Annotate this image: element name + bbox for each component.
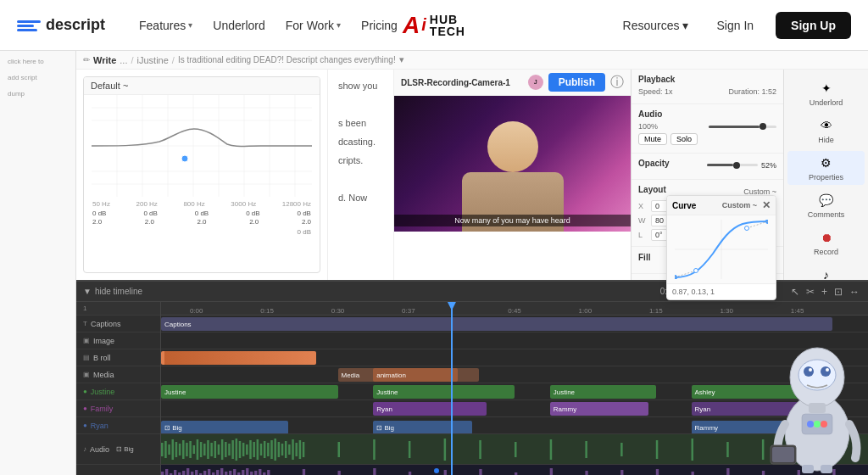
ryan-clip1[interactable]: ⊡ Big [161, 421, 288, 434]
opacity-row: Opacity 52% [638, 159, 776, 171]
audio-icon: ♪ [83, 445, 86, 453]
svg-rect-86 [208, 469, 210, 475]
eq-canvas[interactable] [84, 95, 320, 197]
animation-clip[interactable]: animation [373, 368, 458, 382]
track-labels: 1 T Captions ▣ Image ▤ B roll [76, 302, 161, 475]
zoom-tool[interactable]: ↔ [848, 286, 861, 298]
ruler-100: 1:00 [579, 307, 593, 315]
signin-button[interactable]: Sign In [704, 12, 768, 39]
svg-rect-106 [479, 469, 481, 475]
fill-title: Fill [638, 253, 650, 262]
signup-button[interactable]: Sign Up [776, 12, 851, 39]
nav-right: Resources ▾ Sign In Sign Up [616, 12, 851, 39]
script-line-4: dcasting. [338, 132, 383, 151]
curve-preset[interactable]: Custom ~ [722, 201, 757, 210]
script-line-7: d. Now [338, 188, 383, 207]
svg-rect-67 [620, 443, 623, 456]
ai-letter-i: i [421, 15, 426, 35]
info-icon[interactable]: ⓘ [610, 74, 624, 92]
playback-section: Playback Speed: 1x Duration: 1:52 [632, 70, 783, 104]
svg-rect-113 [726, 468, 729, 475]
captions-icon: T [83, 320, 87, 327]
hide-icon: 👁 [818, 117, 835, 134]
music-panel-item[interactable]: ♪ Music [787, 263, 865, 280]
duration-label: Duration: 1:52 [728, 87, 776, 96]
script-line-3: s been [338, 114, 383, 132]
svg-rect-85 [203, 471, 206, 475]
ruler-15: 0:15 [260, 307, 274, 315]
audio-volume-row: 100% [638, 122, 776, 131]
waveform-svg [161, 434, 868, 464]
svg-rect-83 [195, 470, 198, 475]
hide-timeline-label: hide timeline [95, 287, 142, 296]
svg-rect-116 [832, 469, 835, 475]
justine-clip1[interactable]: Justine [161, 385, 338, 399]
left-sidebar: click here to add script dump [0, 51, 76, 475]
family-clip1[interactable]: Ryan [373, 402, 486, 416]
opacity-slider[interactable] [707, 164, 758, 166]
ryan-clip2[interactable]: ⊡ Big [373, 421, 472, 434]
tab-separator: ... [120, 55, 127, 65]
comments-panel-item[interactable]: 💬 Comments [787, 188, 865, 222]
ruler-37: 0:37 [402, 307, 415, 315]
nav-features[interactable]: Features ▾ [131, 14, 201, 37]
record-panel-item[interactable]: ⏺ Record [787, 226, 865, 260]
mute-button[interactable]: Mute [638, 133, 667, 145]
svg-rect-21 [172, 439, 175, 460]
family-clip2[interactable]: Rammy [550, 402, 649, 416]
svg-rect-91 [229, 471, 231, 475]
ryan-clip3[interactable]: Rammy [692, 421, 833, 434]
script-panel[interactable]: show you s been dcasting. cripts. d. Now [327, 70, 393, 280]
eq-panel: Default ~ [83, 76, 320, 273]
justine-clip4[interactable]: Ashley [692, 385, 833, 399]
write-tab[interactable]: Write [93, 55, 116, 65]
w-label: W [638, 216, 648, 225]
captions-clip[interactable]: Captions [161, 317, 832, 331]
eq-title[interactable]: Default ~ [91, 81, 128, 91]
ryan-label: ● Ryan [76, 417, 160, 434]
svg-point-131 [694, 269, 698, 273]
hide-panel-item[interactable]: 👁 Hide [787, 114, 865, 148]
svg-rect-35 [221, 439, 224, 460]
svg-rect-96 [250, 472, 253, 475]
svg-rect-102 [338, 471, 341, 475]
nav-forwork[interactable]: For Work ▾ [277, 14, 349, 37]
close-icon[interactable]: ✕ [762, 199, 771, 211]
ruler-115: 1:15 [649, 307, 663, 315]
curve-panel: Curve Custom ~ ✕ 0.87, 0.13, 1 [666, 195, 776, 300]
nav-pricing[interactable]: Pricing [353, 14, 406, 37]
script-line-5: cripts. [338, 151, 383, 170]
breadcrumb-sep2: / [172, 55, 175, 65]
volume-slider[interactable] [709, 126, 776, 128]
curve-canvas[interactable] [667, 215, 776, 283]
svg-rect-70 [726, 442, 729, 457]
zoom-fit-tool[interactable]: ⊡ [832, 286, 844, 298]
family-clip3[interactable]: Ryan [692, 402, 833, 416]
logo[interactable]: descript [17, 16, 105, 34]
svg-rect-52 [281, 444, 284, 455]
solo-button[interactable]: Solo [670, 133, 698, 145]
svg-rect-37 [228, 444, 231, 455]
broll-clip[interactable] [161, 351, 316, 365]
custom-preset[interactable]: Custom ~ [743, 187, 776, 196]
record-icon: ⏺ [818, 229, 835, 246]
timeline-toggle[interactable]: ▼ hide timeline [83, 287, 142, 296]
justine-clip3[interactable]: Justine [550, 385, 656, 399]
nav-underlord[interactable]: Underlord [204, 14, 273, 37]
svg-rect-19 [164, 441, 167, 458]
curve-footer: 0.87, 0.13, 1 [667, 283, 776, 299]
nav-resources[interactable]: Resources ▾ [616, 14, 695, 37]
svg-rect-82 [191, 472, 193, 475]
svg-rect-111 [656, 469, 659, 475]
svg-rect-62 [444, 439, 447, 461]
justine-clip2[interactable]: Justine [373, 385, 515, 399]
svg-rect-72 [798, 441, 800, 458]
svg-rect-22 [175, 442, 178, 457]
cut-tool[interactable]: ✂ [804, 286, 816, 298]
cursor-tool[interactable]: ↖ [789, 286, 801, 298]
properties-panel-item[interactable]: ⚙ Properties [787, 151, 865, 185]
publish-button[interactable]: Publish [548, 73, 605, 92]
add-tool[interactable]: + [820, 286, 829, 298]
svg-rect-26 [189, 441, 192, 458]
underlord-panel-item[interactable]: ✦ Underlord [787, 76, 865, 110]
